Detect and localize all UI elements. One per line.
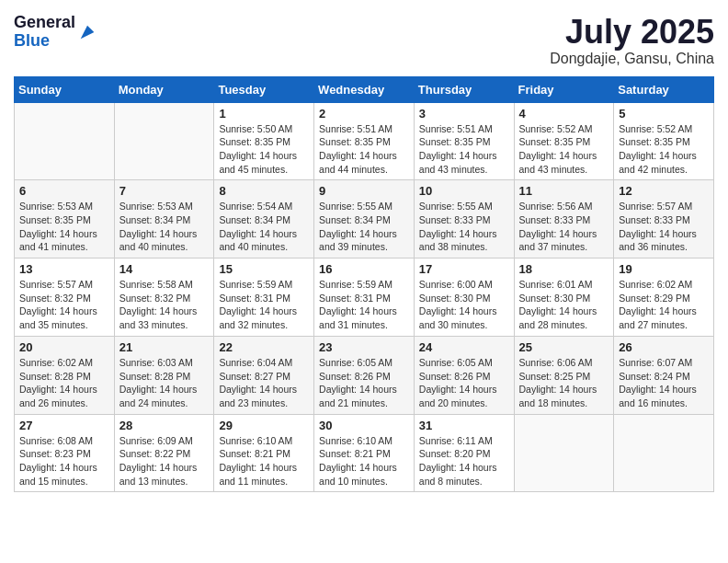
day-number: 3 xyxy=(419,107,509,121)
calendar-week-row: 6Sunrise: 5:53 AMSunset: 8:35 PMDaylight… xyxy=(15,180,714,259)
calendar-day-cell: 17Sunrise: 6:00 AMSunset: 8:30 PMDayligh… xyxy=(414,259,514,337)
title-block: July 2025 Dongdajie, Gansu, China xyxy=(550,14,714,67)
day-number: 1 xyxy=(219,107,309,121)
day-info: Sunrise: 5:56 AMSunset: 8:33 PMDaylight:… xyxy=(519,200,609,254)
day-info: Sunrise: 6:10 AMSunset: 8:21 PMDaylight:… xyxy=(219,434,309,488)
day-number: 7 xyxy=(119,184,210,198)
logo-general: General xyxy=(14,13,75,31)
day-info: Sunrise: 5:52 AMSunset: 8:35 PMDaylight:… xyxy=(519,122,609,177)
calendar-day-cell: 16Sunrise: 5:59 AMSunset: 8:31 PMDayligh… xyxy=(314,259,415,337)
calendar-day-cell: 6Sunrise: 5:53 AMSunset: 8:35 PMDaylight… xyxy=(15,180,115,259)
day-info: Sunrise: 6:08 AMSunset: 8:23 PMDaylight:… xyxy=(19,434,109,488)
calendar-day-cell: 21Sunrise: 6:03 AMSunset: 8:28 PMDayligh… xyxy=(114,336,214,414)
day-number: 8 xyxy=(219,184,309,198)
logo-blue: Blue xyxy=(14,31,50,50)
day-info: Sunrise: 6:01 AMSunset: 8:30 PMDaylight:… xyxy=(519,278,609,332)
calendar-day-cell: 23Sunrise: 6:05 AMSunset: 8:26 PMDayligh… xyxy=(314,336,415,414)
calendar-day-cell: 27Sunrise: 6:08 AMSunset: 8:23 PMDayligh… xyxy=(15,414,115,492)
calendar-week-row: 1Sunrise: 5:50 AMSunset: 8:35 PMDaylight… xyxy=(15,102,714,180)
calendar-day-cell: 13Sunrise: 5:57 AMSunset: 8:32 PMDayligh… xyxy=(15,259,115,337)
calendar-day-header: Friday xyxy=(514,76,614,102)
day-number: 22 xyxy=(219,340,309,354)
calendar-day-cell: 30Sunrise: 6:10 AMSunset: 8:21 PMDayligh… xyxy=(314,414,415,492)
day-info: Sunrise: 5:51 AMSunset: 8:35 PMDaylight:… xyxy=(419,122,509,177)
logo-icon xyxy=(77,22,97,42)
day-number: 4 xyxy=(519,107,609,121)
day-info: Sunrise: 5:54 AMSunset: 8:34 PMDaylight:… xyxy=(219,200,309,254)
day-number: 20 xyxy=(19,340,109,354)
calendar-day-header: Saturday xyxy=(614,76,714,102)
day-info: Sunrise: 6:07 AMSunset: 8:24 PMDaylight:… xyxy=(619,356,709,410)
day-number: 9 xyxy=(319,184,409,198)
calendar-day-cell: 15Sunrise: 5:59 AMSunset: 8:31 PMDayligh… xyxy=(214,259,314,337)
day-info: Sunrise: 6:03 AMSunset: 8:28 PMDaylight:… xyxy=(119,356,210,410)
calendar-day-cell: 31Sunrise: 6:11 AMSunset: 8:20 PMDayligh… xyxy=(414,414,514,492)
day-number: 10 xyxy=(419,184,509,198)
day-number: 21 xyxy=(119,340,210,354)
day-number: 26 xyxy=(619,340,709,354)
day-info: Sunrise: 6:05 AMSunset: 8:26 PMDaylight:… xyxy=(419,356,509,410)
day-info: Sunrise: 5:53 AMSunset: 8:34 PMDaylight:… xyxy=(119,200,210,254)
day-info: Sunrise: 5:58 AMSunset: 8:32 PMDaylight:… xyxy=(119,278,210,332)
day-info: Sunrise: 6:06 AMSunset: 8:25 PMDaylight:… xyxy=(519,356,609,410)
day-number: 19 xyxy=(619,262,709,276)
calendar-day-cell xyxy=(614,414,714,492)
calendar-day-cell: 12Sunrise: 5:57 AMSunset: 8:33 PMDayligh… xyxy=(614,180,714,259)
location-subtitle: Dongdajie, Gansu, China xyxy=(550,51,714,67)
calendar-day-cell: 10Sunrise: 5:55 AMSunset: 8:33 PMDayligh… xyxy=(414,180,514,259)
calendar-day-cell xyxy=(15,102,115,180)
calendar-day-cell: 29Sunrise: 6:10 AMSunset: 8:21 PMDayligh… xyxy=(214,414,314,492)
calendar-day-cell: 7Sunrise: 5:53 AMSunset: 8:34 PMDaylight… xyxy=(114,180,214,259)
calendar-day-cell xyxy=(114,102,214,180)
calendar-day-header: Sunday xyxy=(15,76,115,102)
day-number: 14 xyxy=(119,262,210,276)
page-header: General Blue July 2025 Dongdajie, Gansu,… xyxy=(14,14,714,67)
calendar-day-cell: 5Sunrise: 5:52 AMSunset: 8:35 PMDaylight… xyxy=(614,102,714,180)
calendar-day-cell: 8Sunrise: 5:54 AMSunset: 8:34 PMDaylight… xyxy=(214,180,314,259)
calendar-day-cell: 18Sunrise: 6:01 AMSunset: 8:30 PMDayligh… xyxy=(514,259,614,337)
day-number: 24 xyxy=(419,340,509,354)
day-number: 15 xyxy=(219,262,309,276)
day-info: Sunrise: 6:09 AMSunset: 8:22 PMDaylight:… xyxy=(119,434,210,488)
day-info: Sunrise: 5:52 AMSunset: 8:35 PMDaylight:… xyxy=(619,122,709,177)
day-number: 30 xyxy=(319,419,409,432)
calendar-day-cell: 11Sunrise: 5:56 AMSunset: 8:33 PMDayligh… xyxy=(514,180,614,259)
calendar-day-cell xyxy=(514,414,614,492)
day-number: 18 xyxy=(519,262,609,276)
calendar-day-cell: 26Sunrise: 6:07 AMSunset: 8:24 PMDayligh… xyxy=(614,336,714,414)
calendar-day-header: Monday xyxy=(114,76,214,102)
day-number: 6 xyxy=(19,184,109,198)
day-info: Sunrise: 5:59 AMSunset: 8:31 PMDaylight:… xyxy=(319,278,409,332)
day-number: 31 xyxy=(419,419,509,432)
day-info: Sunrise: 6:02 AMSunset: 8:29 PMDaylight:… xyxy=(619,278,709,332)
day-info: Sunrise: 5:53 AMSunset: 8:35 PMDaylight:… xyxy=(19,200,109,254)
calendar-day-cell: 28Sunrise: 6:09 AMSunset: 8:22 PMDayligh… xyxy=(114,414,214,492)
calendar-day-cell: 20Sunrise: 6:02 AMSunset: 8:28 PMDayligh… xyxy=(15,336,115,414)
day-number: 5 xyxy=(619,107,709,121)
calendar-day-cell: 2Sunrise: 5:51 AMSunset: 8:35 PMDaylight… xyxy=(314,102,415,180)
calendar-day-cell: 24Sunrise: 6:05 AMSunset: 8:26 PMDayligh… xyxy=(414,336,514,414)
logo: General Blue xyxy=(14,14,97,51)
day-info: Sunrise: 6:00 AMSunset: 8:30 PMDaylight:… xyxy=(419,278,509,332)
calendar-day-cell: 9Sunrise: 5:55 AMSunset: 8:34 PMDaylight… xyxy=(314,180,415,259)
day-info: Sunrise: 5:57 AMSunset: 8:32 PMDaylight:… xyxy=(19,278,109,332)
day-number: 16 xyxy=(319,262,409,276)
day-number: 11 xyxy=(519,184,609,198)
calendar-day-cell: 3Sunrise: 5:51 AMSunset: 8:35 PMDaylight… xyxy=(414,102,514,180)
day-number: 27 xyxy=(19,419,109,432)
day-info: Sunrise: 5:57 AMSunset: 8:33 PMDaylight:… xyxy=(619,200,709,254)
calendar-day-cell: 14Sunrise: 5:58 AMSunset: 8:32 PMDayligh… xyxy=(114,259,214,337)
day-info: Sunrise: 5:59 AMSunset: 8:31 PMDaylight:… xyxy=(219,278,309,332)
calendar-day-cell: 4Sunrise: 5:52 AMSunset: 8:35 PMDaylight… xyxy=(514,102,614,180)
day-number: 2 xyxy=(319,107,409,121)
day-info: Sunrise: 6:11 AMSunset: 8:20 PMDaylight:… xyxy=(419,434,509,488)
day-number: 13 xyxy=(19,262,109,276)
calendar-header-row: SundayMondayTuesdayWednesdayThursdayFrid… xyxy=(15,76,714,102)
day-info: Sunrise: 6:10 AMSunset: 8:21 PMDaylight:… xyxy=(319,434,409,488)
calendar-table: SundayMondayTuesdayWednesdayThursdayFrid… xyxy=(14,76,714,493)
day-info: Sunrise: 6:05 AMSunset: 8:26 PMDaylight:… xyxy=(319,356,409,410)
svg-marker-0 xyxy=(81,25,95,39)
calendar-day-header: Tuesday xyxy=(214,76,314,102)
day-number: 29 xyxy=(219,419,309,432)
day-info: Sunrise: 5:55 AMSunset: 8:33 PMDaylight:… xyxy=(419,200,509,254)
